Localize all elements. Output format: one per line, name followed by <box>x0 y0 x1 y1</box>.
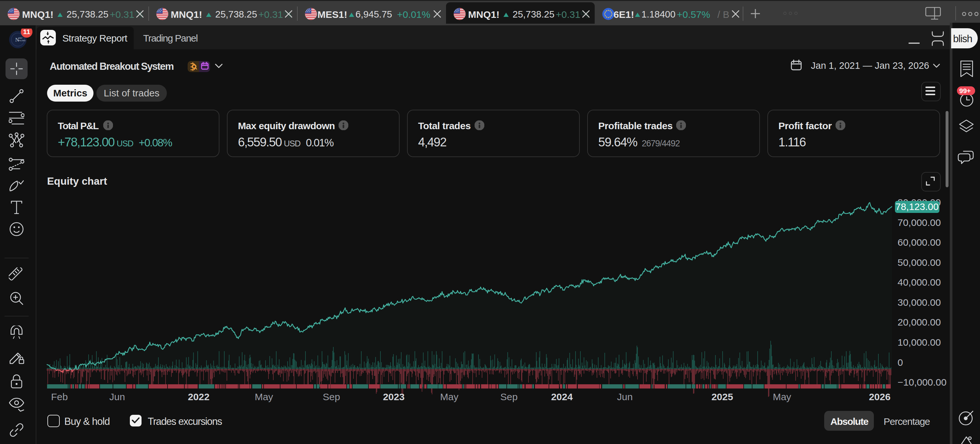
svg-text:−10,000.00: −10,000.00 <box>897 377 947 388</box>
svg-text:SHLOMO: SHLOMO <box>18 40 26 41</box>
svg-text:Jun: Jun <box>617 391 633 402</box>
svg-text:2022: 2022 <box>188 391 210 402</box>
svg-text:11: 11 <box>23 29 30 35</box>
svg-text:Feb: Feb <box>51 391 68 402</box>
svg-text:2026: 2026 <box>869 391 891 402</box>
svg-text:May: May <box>440 391 459 402</box>
svg-text:Jun: Jun <box>110 391 125 402</box>
svg-text:70,000.00: 70,000.00 <box>897 217 941 228</box>
svg-text:Sep: Sep <box>323 391 340 402</box>
svg-text:2023: 2023 <box>383 391 405 402</box>
svg-text:2025: 2025 <box>711 391 733 402</box>
svg-text:60,000.00: 60,000.00 <box>897 237 941 248</box>
svg-text:0: 0 <box>897 357 903 368</box>
svg-text:May: May <box>255 391 273 402</box>
svg-text:2024: 2024 <box>551 391 573 402</box>
svg-text:NEZ: NEZ <box>19 37 22 39</box>
svg-text:May: May <box>773 391 791 402</box>
svg-text:10,000.00: 10,000.00 <box>897 337 941 348</box>
svg-text:30,000.00: 30,000.00 <box>897 297 941 308</box>
svg-text:78,123.00: 78,123.00 <box>895 201 939 212</box>
svg-text:20,000.00: 20,000.00 <box>897 317 941 328</box>
svg-text:Sep: Sep <box>500 391 517 402</box>
svg-text:50,000.00: 50,000.00 <box>897 257 941 268</box>
svg-text:40,000.00: 40,000.00 <box>897 277 941 288</box>
